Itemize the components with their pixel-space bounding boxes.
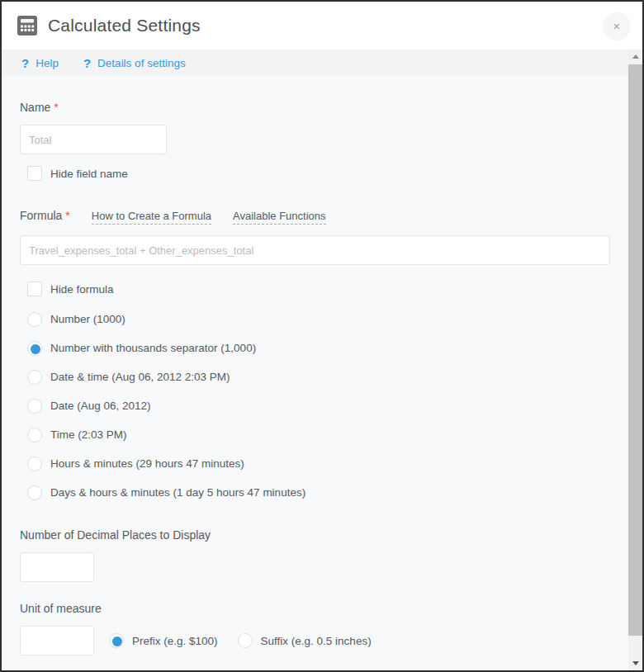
radio-button[interactable] <box>109 633 124 648</box>
scroll-down-arrow-icon[interactable] <box>628 656 642 670</box>
hide-formula-checkbox[interactable] <box>27 282 42 296</box>
format-option-number-thousands[interactable]: Number with thousands separator (1,000) <box>27 334 610 362</box>
dialog-title: Calculated Settings <box>48 16 201 35</box>
radio-button[interactable] <box>27 457 42 471</box>
radio-button[interactable] <box>238 633 253 648</box>
settings-form: Name* Hide field name Formula* How to Cr… <box>2 76 628 670</box>
format-option-date[interactable]: Date (Aug 06, 2012) <box>27 391 610 420</box>
decimal-places-input[interactable] <box>20 552 94 582</box>
unit-suffix-option[interactable]: Suffix (e.g. 0.5 inches) <box>238 633 372 648</box>
required-asterisk: * <box>54 101 58 114</box>
available-functions-link[interactable]: Available Functions <box>233 210 326 225</box>
unit-of-measure-label: Unit of measure <box>20 602 610 615</box>
formula-input[interactable] <box>20 235 610 265</box>
format-option-hours-minutes[interactable]: Hours & minutes (29 hours 47 minutes) <box>27 449 610 478</box>
close-button[interactable]: × <box>603 12 631 40</box>
hide-formula-row[interactable]: Hide formula <box>27 282 610 296</box>
details-of-settings-link[interactable]: ? Details of settings <box>83 56 186 70</box>
scroll-region: ? Help ? Details of settings Name* Hide … <box>2 50 642 670</box>
format-option-number[interactable]: Number (1000) <box>27 305 610 334</box>
format-option-time[interactable]: Time (2:03 PM) <box>27 420 610 449</box>
radio-button[interactable] <box>27 399 42 414</box>
how-to-create-formula-link[interactable]: How to Create a Formula <box>92 210 211 225</box>
unit-of-measure-input[interactable] <box>20 626 94 655</box>
help-bar: ? Help ? Details of settings <box>2 50 628 76</box>
help-link[interactable]: ? Help <box>21 56 59 70</box>
formula-label: Formula* <box>20 209 70 222</box>
hide-field-name-checkbox[interactable] <box>27 166 42 181</box>
hide-field-name-row[interactable]: Hide field name <box>27 166 610 181</box>
decimal-places-label: Number of Decimal Places to Display <box>20 528 610 542</box>
radio-button[interactable] <box>27 370 42 385</box>
format-option-datetime[interactable]: Date & time (Aug 06, 2012 2:03 PM) <box>27 362 610 391</box>
name-input[interactable] <box>20 125 167 154</box>
radio-button[interactable] <box>27 485 42 500</box>
radio-button[interactable] <box>27 428 42 442</box>
display-format-options: Number (1000) Number with thousands sepa… <box>20 305 610 507</box>
radio-button[interactable] <box>27 312 42 327</box>
scroll-up-arrow-icon[interactable] <box>628 50 642 64</box>
dialog-header: Calculated Settings × <box>2 2 642 50</box>
vertical-scrollbar[interactable] <box>628 50 642 670</box>
calculated-settings-dialog: Calculated Settings × ? Help ? Details o… <box>0 0 644 672</box>
scrollbar-thumb[interactable] <box>628 64 642 636</box>
radio-button[interactable] <box>27 341 42 356</box>
unit-prefix-option[interactable]: Prefix (e.g. $100) <box>109 633 218 648</box>
question-icon: ? <box>83 56 91 70</box>
calculator-icon <box>17 15 38 36</box>
question-icon: ? <box>21 56 29 70</box>
required-asterisk: * <box>65 209 69 222</box>
name-label: Name* <box>20 101 610 114</box>
format-option-days-hours-minutes[interactable]: Days & hours & minutes (1 day 5 hours 47… <box>27 478 610 507</box>
